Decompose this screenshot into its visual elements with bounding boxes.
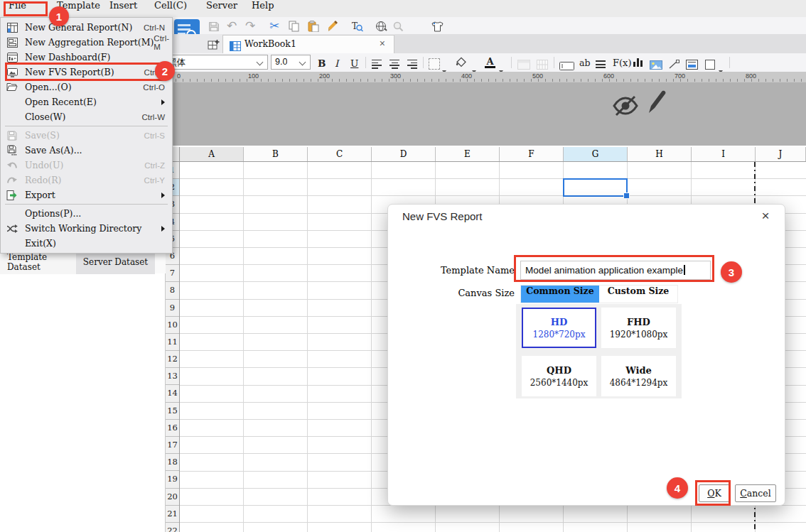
row-header-22[interactable]: 22 [166, 523, 179, 532]
row-header-10[interactable]: 10 [166, 317, 179, 334]
bold-button[interactable]: B [318, 57, 326, 69]
tab-server-dataset[interactable]: Server Dataset [76, 251, 155, 274]
menu-item-options-p[interactable]: Options(P)... [1, 206, 172, 221]
text-widget-icon[interactable] [559, 58, 574, 70]
column-header-e[interactable]: E [436, 147, 500, 161]
chart-icon[interactable] [633, 58, 643, 70]
tab-custom-size[interactable]: Custom Size [599, 286, 677, 303]
row-header-8[interactable]: 8 [166, 282, 179, 299]
row-header-11[interactable]: 11 [166, 334, 179, 351]
copy-icon[interactable] [287, 19, 301, 33]
tab-workbook1[interactable]: WorkBook1 × [222, 35, 394, 53]
menu-item-save-as-a[interactable]: Save As(A)... [1, 143, 172, 158]
menu-item-new-general-report-n[interactable]: New General Report(N)Ctrl-N [1, 20, 172, 35]
new-fvs-report-dialog: New FVS Report × Template Name Model ani… [387, 204, 785, 506]
menu-item-label: Save(S) [25, 130, 60, 141]
size-option-hd[interactable]: HD1280*720px [522, 308, 596, 348]
menu-item-export[interactable]: Export [1, 188, 172, 202]
column-header-f[interactable]: F [500, 147, 564, 161]
align-center-icon[interactable] [389, 58, 399, 70]
format-painter-icon[interactable] [326, 19, 340, 33]
column-header-d[interactable]: D [372, 147, 436, 161]
align-right-icon[interactable] [407, 58, 417, 70]
menu-item-open-o[interactable]: Open...(O)Ctrl-O [1, 80, 172, 94]
row-header-7[interactable]: 7 [166, 265, 179, 282]
tab-template-dataset[interactable]: Template Dataset [0, 251, 76, 274]
column-header-c[interactable]: C [308, 147, 372, 161]
underline-button[interactable]: U [350, 57, 358, 69]
pencil-icon[interactable] [645, 89, 667, 120]
menubar-item-insert[interactable]: Insert [107, 0, 140, 17]
ruler-label: 700 [675, 72, 685, 80]
row-header-12[interactable]: 12 [166, 351, 179, 368]
annotation-box-new-fvs-report [5, 63, 166, 81]
save-icon[interactable] [207, 19, 221, 33]
image-icon[interactable] [650, 58, 662, 70]
theme-icon[interactable] [430, 19, 444, 33]
row-header-13[interactable]: 13 [166, 368, 179, 385]
row-header-15[interactable]: 15 [166, 403, 179, 420]
row-header-18[interactable]: 18 [166, 454, 179, 471]
find-replace-icon[interactable]: T [350, 19, 364, 33]
selected-cell[interactable] [563, 178, 628, 197]
ruler-label: 500 [532, 72, 543, 80]
font-size-value: 9.0 [275, 57, 287, 67]
column-header-h[interactable]: H [628, 147, 692, 161]
menubar-item-server[interactable]: Server [203, 0, 240, 17]
paste-icon[interactable] [306, 19, 321, 33]
eye-off-icon[interactable] [611, 94, 640, 120]
redo-gray-icon [5, 175, 19, 186]
menubar-item-cell-c[interactable]: Cell(C) [151, 0, 190, 17]
web-preview-icon[interactable] [374, 19, 388, 33]
font-color-icon[interactable]: A [485, 56, 495, 68]
annotation-box-template-name [514, 255, 714, 282]
align-left-icon[interactable] [372, 58, 382, 70]
font-size-select[interactable]: 9.0 [271, 55, 311, 70]
tab-common-size[interactable]: Common Size [521, 286, 599, 303]
row-header-20[interactable]: 20 [166, 489, 179, 506]
submenu-arrow-icon [161, 192, 165, 198]
borders-icon[interactable] [429, 58, 440, 70]
menu-item-switch-working-directory[interactable]: Switch Working Directory [1, 221, 172, 236]
column-header-g[interactable]: G [564, 147, 628, 161]
menu-item-close-w[interactable]: Close(W)Ctrl-W [1, 109, 172, 124]
row-header-19[interactable]: 19 [166, 471, 179, 488]
font-family-select[interactable]: 黑体 [163, 55, 268, 70]
row-header-16[interactable]: 16 [166, 420, 179, 437]
column-header-j[interactable]: J [756, 147, 806, 161]
menu-item-new-aggregation-report-m[interactable]: New Aggregation Report(M)Ctrl-M [1, 35, 172, 50]
dialog-close-icon[interactable]: × [758, 208, 773, 224]
size-option-fhd[interactable]: FHD1920*1080px [601, 308, 676, 348]
size-option-qhd[interactable]: QHD2560*1440px [522, 356, 596, 396]
italic-button[interactable]: I [335, 57, 338, 69]
size-option-resolution: 4864*1294px [610, 378, 668, 388]
tab-label: WorkBook1 [245, 38, 296, 49]
new-dashboard-icon [5, 52, 19, 63]
size-option-wide[interactable]: Wide4864*1294px [601, 356, 676, 396]
column-header-i[interactable]: I [692, 147, 756, 161]
row-header-21[interactable]: 21 [166, 506, 179, 523]
tab-close-icon[interactable]: × [380, 38, 385, 49]
column-headers: ABCDEFGHIJ [180, 147, 806, 162]
column-header-a[interactable]: A [180, 147, 244, 161]
cut-icon[interactable]: ✂ [267, 18, 281, 33]
column-header-b[interactable]: B [244, 147, 308, 161]
cancel-button[interactable]: Cancel [735, 484, 776, 502]
row-header-9[interactable]: 9 [166, 300, 179, 317]
text-edit-icon[interactable]: ab [579, 56, 590, 68]
new-general-report-icon [5, 22, 19, 33]
formula-icon[interactable]: F(x) [613, 56, 632, 68]
row-header-17[interactable]: 17 [166, 437, 179, 454]
line-tool-icon[interactable] [668, 58, 679, 70]
menu-item-exit-x[interactable]: Exit(X) [1, 236, 172, 251]
frame-widget-icon[interactable] [686, 58, 698, 70]
menu-item-open-recent-e[interactable]: Open Recent(E) [1, 94, 172, 109]
shape-rectangle-icon[interactable] [705, 58, 715, 70]
paragraph-lines-icon[interactable] [596, 58, 606, 70]
menubar-item-help[interactable]: Help [249, 0, 277, 17]
row-header-14[interactable]: 14 [166, 385, 179, 402]
menu-item-label: Exit(X) [25, 238, 56, 249]
new-sheet-icon[interactable] [206, 38, 220, 52]
selection-handle[interactable] [623, 192, 630, 199]
fill-color-icon[interactable] [455, 56, 468, 68]
